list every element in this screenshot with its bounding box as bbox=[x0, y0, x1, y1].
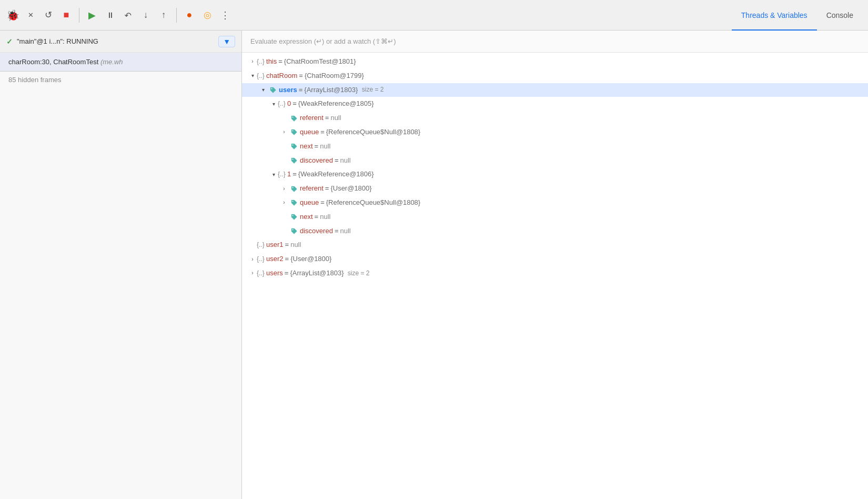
watch-icon[interactable]: ◎ bbox=[200, 8, 215, 23]
var-name: queue bbox=[300, 127, 319, 138]
step-out-icon[interactable]: ↑ bbox=[156, 8, 171, 23]
obj-brace: {..} bbox=[257, 268, 266, 278]
var-eq: = bbox=[315, 141, 319, 152]
var-eq: = bbox=[320, 127, 325, 138]
var-value: {ArrayList@1803} bbox=[290, 268, 344, 279]
tree-row[interactable]: discovered=null bbox=[242, 154, 868, 168]
tag-icon bbox=[290, 199, 298, 206]
hidden-frames: 85 hidden frames bbox=[0, 72, 241, 88]
tag-icon bbox=[290, 115, 298, 122]
toolbar-separator bbox=[79, 8, 79, 23]
var-name: next bbox=[300, 141, 313, 152]
var-eq: = bbox=[335, 155, 339, 166]
var-eq: = bbox=[320, 197, 325, 208]
tree-row[interactable]: {..} user1=null bbox=[242, 238, 868, 252]
var-value: {User@1800} bbox=[290, 254, 331, 265]
var-value: {WeakReference@1805} bbox=[298, 98, 374, 109]
filter-icon: ▼ bbox=[223, 37, 230, 46]
var-name: this bbox=[266, 56, 277, 67]
var-eq: = bbox=[299, 85, 303, 96]
obj-brace: {..} bbox=[257, 254, 266, 264]
svg-point-3 bbox=[292, 145, 294, 146]
toolbar: 🐞 ✕ ↺ ■ ▶ ⏸ ↷ ↓ ↑ ● ◎ ⋮ Threads & Variab… bbox=[0, 0, 868, 31]
record-icon[interactable]: ● bbox=[182, 8, 197, 23]
obj-brace: {..} bbox=[257, 240, 266, 250]
step-over-icon[interactable]: ↷ bbox=[120, 8, 135, 23]
tree-row[interactable]: ›{..} users={ArrayList@1803} size = 2 bbox=[242, 266, 868, 281]
refresh-icon[interactable]: ↺ bbox=[41, 8, 56, 23]
var-eq: = bbox=[315, 212, 319, 223]
left-panel: ✓ "main"@1 i...n": RUNNING ▼ charRoom:30… bbox=[0, 31, 242, 499]
var-name: discovered bbox=[300, 155, 333, 166]
toolbar-separator-2 bbox=[176, 8, 177, 23]
variables-tree: ›{..} this={ChatRoomTest@1801}▾{..} chat… bbox=[242, 53, 868, 499]
tag-icon bbox=[290, 185, 298, 193]
tree-toggle[interactable]: › bbox=[248, 255, 257, 264]
var-eq: = bbox=[335, 226, 339, 237]
tree-row[interactable]: next=null bbox=[242, 139, 868, 154]
tree-toggle[interactable]: ▾ bbox=[269, 100, 278, 108]
stop-icon[interactable]: ■ bbox=[59, 8, 74, 23]
filter-badge[interactable]: ▼ bbox=[218, 36, 235, 47]
tag-icon bbox=[290, 157, 298, 164]
tree-toggle[interactable]: ▾ bbox=[269, 171, 278, 179]
tree-row[interactable]: referent=null bbox=[242, 111, 868, 125]
var-eq: = bbox=[278, 56, 282, 67]
var-eq: = bbox=[299, 71, 303, 82]
running-checkmark: ✓ bbox=[6, 37, 13, 46]
tag-icon bbox=[269, 86, 277, 94]
svg-point-5 bbox=[292, 187, 294, 188]
tree-row[interactable]: ▾ users={ArrayList@1803} size = 2 bbox=[242, 83, 868, 97]
tree-row[interactable]: › queue={ReferenceQueue$Null@1808} bbox=[242, 196, 868, 210]
tree-row[interactable]: ›{..} this={ChatRoomTest@1801} bbox=[242, 55, 868, 69]
tree-toggle[interactable]: › bbox=[280, 128, 288, 136]
var-name: users bbox=[279, 85, 297, 96]
obj-brace: {..} bbox=[278, 169, 287, 179]
main-layout: ✓ "main"@1 i...n": RUNNING ▼ charRoom:30… bbox=[0, 31, 868, 499]
tree-row[interactable]: › referent={User@1800} bbox=[242, 182, 868, 196]
tag-icon bbox=[290, 213, 298, 221]
var-name: referent bbox=[300, 113, 324, 124]
var-name: queue bbox=[300, 197, 319, 208]
var-value: {User@1800} bbox=[330, 183, 371, 194]
right-panel: Evaluate expression (↵) or add a watch (… bbox=[242, 31, 868, 499]
tree-row[interactable]: ▾{..} 1={WeakReference@1806} bbox=[242, 167, 868, 182]
tree-toggle[interactable]: › bbox=[280, 198, 288, 207]
svg-point-1 bbox=[292, 116, 294, 117]
var-value: {ChatRoom@1799} bbox=[305, 71, 364, 82]
pause-icon[interactable]: ⏸ bbox=[103, 8, 117, 23]
tree-toggle[interactable]: › bbox=[248, 269, 257, 277]
svg-point-4 bbox=[292, 158, 294, 159]
bug-icon[interactable]: 🐞 bbox=[5, 8, 20, 23]
var-name: chatRoom bbox=[266, 71, 297, 82]
thread-name: "main"@1 i...n": RUNNING bbox=[17, 37, 214, 45]
tree-toggle[interactable]: ▾ bbox=[248, 72, 257, 80]
tree-toggle[interactable]: › bbox=[248, 57, 257, 66]
svg-point-2 bbox=[292, 131, 294, 132]
tree-row[interactable]: next=null bbox=[242, 210, 868, 224]
tree-toggle[interactable]: › bbox=[280, 185, 288, 193]
tab-threads-variables[interactable]: Threads & Variables bbox=[732, 1, 817, 31]
more-icon[interactable]: ⋮ bbox=[218, 8, 233, 23]
var-size: size = 2 bbox=[346, 268, 370, 278]
tree-row[interactable]: discovered=null bbox=[242, 224, 868, 238]
tag-icon bbox=[290, 128, 298, 136]
tree-row[interactable]: › queue={ReferenceQueue$Null@1808} bbox=[242, 125, 868, 139]
close-x-icon[interactable]: ✕ bbox=[23, 8, 38, 23]
tag-icon bbox=[290, 143, 298, 150]
obj-brace: {..} bbox=[278, 99, 287, 109]
step-into-icon[interactable]: ↓ bbox=[138, 8, 153, 23]
tree-row[interactable]: ›{..} user2={User@1800} bbox=[242, 252, 868, 266]
tab-console[interactable]: Console bbox=[817, 1, 863, 31]
tree-row[interactable]: ▾{..} 0={WeakReference@1805} bbox=[242, 97, 868, 111]
evaluate-bar[interactable]: Evaluate expression (↵) or add a watch (… bbox=[242, 31, 868, 53]
tree-toggle[interactable]: ▾ bbox=[259, 86, 267, 94]
stack-frame[interactable]: charRoom:30, ChatRoomTest (me.wh bbox=[0, 53, 241, 72]
var-eq: = bbox=[285, 254, 289, 265]
svg-point-0 bbox=[271, 88, 272, 89]
resume-icon[interactable]: ▶ bbox=[85, 8, 99, 23]
tree-row[interactable]: ▾{..} chatRoom={ChatRoom@1799} bbox=[242, 69, 868, 83]
svg-point-6 bbox=[292, 201, 294, 202]
var-value: {WeakReference@1806} bbox=[298, 169, 374, 180]
var-name: 1 bbox=[287, 169, 291, 180]
